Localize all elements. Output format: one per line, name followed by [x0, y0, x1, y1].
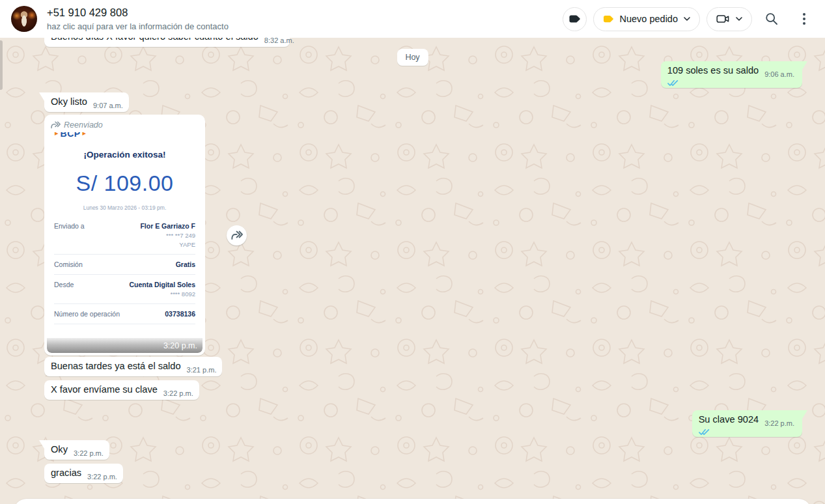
message-time: 9:07 a.m.	[93, 102, 123, 109]
label-icon	[568, 14, 581, 23]
divider	[54, 254, 195, 255]
forwarded-label: Reenviado	[64, 120, 103, 130]
message-text: Buenas tardes ya está el saldo	[51, 361, 181, 371]
message-bubble-incoming[interactable]: Oky3:22 p.m.	[44, 440, 109, 460]
receipt-field-from: Desde Cuenta Digital Soles	[54, 281, 195, 288]
receipt-field-sub: YAPE	[54, 241, 195, 248]
message-time: 8:32 a.m.	[264, 38, 294, 44]
message-time: 3:21 p.m.	[187, 366, 217, 374]
read-double-check-icon	[667, 79, 796, 87]
message-bubble-receipt-image[interactable]: Reenviado ▸BCP▸ ¡Operación exitosa! S/ 1…	[44, 115, 205, 356]
message-bubble-outgoing[interactable]: 109 soles es su saldo9:06 a.m.	[661, 61, 802, 88]
receipt-field-commission: Comisión Gratis	[54, 260, 195, 268]
panel-scrollbar[interactable]	[0, 40, 3, 90]
tag-icon	[603, 15, 614, 23]
message-text: gracias	[51, 468, 81, 478]
date-divider: Hoy	[397, 49, 428, 66]
bank-logo-text: BCP	[61, 132, 81, 139]
message-time: 9:06 a.m.	[764, 70, 794, 78]
message-text: 109 soles es su saldo	[667, 65, 759, 76]
receipt-datetime: Lunes 30 Marzo 2026 - 03:19 pm.	[47, 204, 203, 211]
message-text: Buenos días X favor quiero saber cuánto …	[51, 38, 259, 42]
chat-message-area: Buenos días X favor quiero saber cuánto …	[0, 38, 825, 504]
message-time: 3:22 p.m.	[87, 473, 117, 481]
forward-icon	[231, 231, 243, 240]
message-bubble-incoming[interactable]: gracias3:22 p.m.	[44, 464, 123, 483]
new-order-button[interactable]: Nuevo pedido	[593, 7, 701, 31]
kebab-menu-icon	[803, 13, 805, 25]
bank-logo-clipped: ▸BCP▸	[47, 132, 203, 140]
contact-phone-number[interactable]: +51 910 429 808	[47, 6, 563, 20]
bank-logo-mark: ▸	[83, 132, 87, 137]
contact-avatar[interactable]	[11, 6, 37, 32]
message-input-bar[interactable]	[14, 499, 811, 504]
search-icon	[765, 12, 778, 25]
forward-message-button[interactable]	[227, 225, 247, 245]
forward-icon	[51, 121, 61, 129]
contact-subtitle[interactable]: haz clic aquí para ver la información de…	[47, 20, 563, 33]
message-time: 3:20 p.m.	[163, 341, 197, 350]
message-bubble-incoming[interactable]: Buenos días X favor quiero saber cuánto …	[44, 38, 290, 47]
message-text: Oky listo	[51, 96, 87, 107]
chevron-down-icon	[736, 17, 742, 21]
receipt-field-sub: **** 8092	[54, 290, 195, 298]
divider	[54, 303, 195, 304]
chat-header: +51 910 429 808 haz clic aquí para ver l…	[0, 0, 825, 38]
divider	[54, 324, 195, 324]
message-bubble-outgoing[interactable]: Su clave 90243:22 p.m.	[692, 410, 802, 437]
chevron-down-icon	[684, 17, 690, 21]
receipt-field-operation-number: Número de operación 03738136	[54, 310, 195, 318]
receipt-amount: S/ 109.00	[47, 171, 203, 196]
message-text: Su clave 9024	[699, 414, 759, 425]
contact-info[interactable]: +51 910 429 808 haz clic aquí para ver l…	[47, 6, 563, 33]
message-time: 3:22 p.m.	[163, 389, 193, 397]
receipt-fields: Enviado a Flor E Garriazo F *** **7 249 …	[47, 222, 203, 324]
search-button[interactable]	[759, 6, 785, 32]
message-bubble-incoming[interactable]: X favor envíame su clave3:22 p.m.	[44, 380, 199, 400]
forwarded-indicator: Reenviado	[47, 117, 203, 132]
video-camera-icon	[716, 14, 730, 24]
menu-button[interactable]	[791, 6, 817, 32]
message-text: Oky	[51, 444, 68, 455]
divider	[54, 274, 195, 275]
message-text: X favor envíame su clave	[51, 384, 158, 395]
message-time: 3:22 p.m.	[74, 449, 104, 457]
message-bubble-incoming[interactable]: Oky listo9:07 a.m.	[44, 92, 129, 112]
receipt-image[interactable]: ▸BCP▸ ¡Operación exitosa! S/ 109.00 Lune…	[47, 132, 203, 353]
receipt-title: ¡Operación exitosa!	[47, 150, 203, 160]
receipt-field-sub: *** **7 249	[54, 232, 195, 239]
message-time: 3:22 p.m.	[764, 419, 794, 427]
receipt-image-footer-gradient: 3:20 p.m.	[47, 338, 203, 353]
new-order-label: Nuevo pedido	[620, 14, 678, 24]
bank-logo-mark: ▸	[55, 132, 59, 137]
video-call-button[interactable]	[706, 7, 752, 31]
receipt-field-sent-to: Enviado a Flor E Garriazo F	[54, 222, 195, 230]
read-double-check-icon	[699, 428, 796, 436]
label-button[interactable]	[563, 7, 587, 31]
header-actions: Nuevo pedido	[563, 6, 818, 32]
message-bubble-incoming[interactable]: Buenas tardes ya está el saldo3:21 p.m.	[44, 357, 222, 376]
